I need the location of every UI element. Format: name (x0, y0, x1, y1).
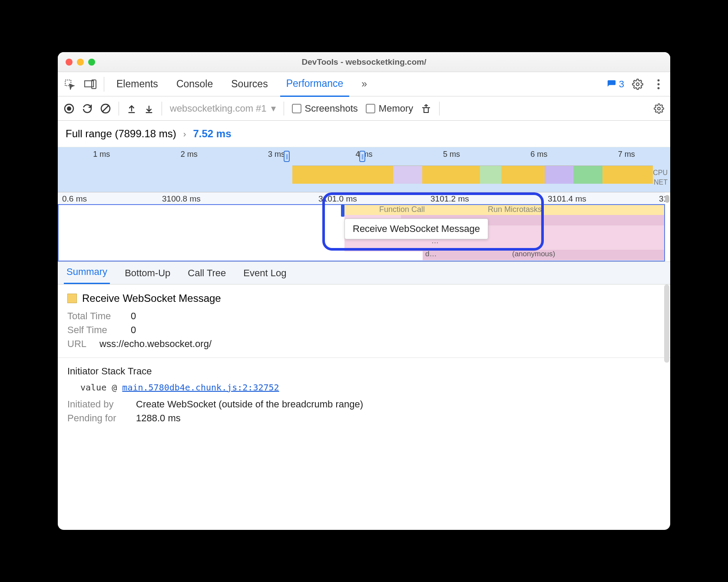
svg-point-14 (658, 107, 660, 110)
range-breadcrumb: Full range (7899.18 ms) › 7.52 ms (58, 121, 670, 147)
separator (58, 357, 670, 358)
full-range-label[interactable]: Full range (7899.18 ms) (66, 128, 176, 140)
tooltip-text: Receive WebSocket Message (353, 223, 480, 234)
inspect-element-icon[interactable] (62, 77, 77, 92)
upload-profile-button[interactable] (127, 104, 136, 113)
details-tab-event-log[interactable]: Event Log (241, 262, 289, 284)
tab-performance[interactable]: Performance (280, 72, 350, 97)
performance-toolbar: websocketking.com #1 ▾ Screenshots Memor… (58, 96, 670, 121)
memory-checkbox[interactable]: Memory (366, 103, 413, 114)
event-name: Receive WebSocket Message (82, 292, 221, 304)
capture-settings-gear-icon[interactable] (654, 103, 664, 114)
details-tab-summary[interactable]: Summary (64, 261, 110, 284)
tick: 6 ms (530, 150, 547, 159)
stack-trace-title: Initiator Stack Trace (67, 366, 661, 377)
svg-point-4 (658, 79, 660, 81)
ruler-tick: 3101.4 ms (548, 194, 586, 204)
event-title-row: Receive WebSocket Message (67, 292, 661, 304)
svg-point-5 (658, 83, 660, 85)
svg-point-3 (636, 83, 639, 86)
checkbox-icon (292, 104, 301, 113)
timeline-overview[interactable]: 1 ms 2 ms 3 ms 4 ms 5 ms 6 ms 7 ms CPU N… (58, 147, 670, 192)
event-color-swatch (67, 294, 77, 303)
overview-handle-right[interactable] (359, 151, 365, 162)
kv-total-time: Total Time 0 (67, 311, 661, 322)
ruler-tick: 3100.8 ms (162, 194, 201, 204)
garbage-collect-button[interactable] (421, 103, 431, 114)
separator (119, 102, 119, 116)
kv-initiated-by: Initiated by Create WebSocket (outside o… (67, 399, 661, 410)
issues-badge[interactable]: 3 (607, 79, 624, 90)
chevron-right-icon: › (183, 129, 186, 139)
tick: 7 ms (618, 150, 635, 159)
traffic-lights (66, 59, 95, 66)
tabs-overflow-button[interactable]: » (355, 72, 373, 96)
download-profile-button[interactable] (144, 104, 154, 113)
details-scrollbar[interactable] (664, 284, 669, 363)
net-label: NET (653, 178, 668, 187)
event-tooltip: Receive WebSocket Message (344, 218, 488, 239)
tab-console[interactable]: Console (170, 72, 219, 96)
selected-range[interactable]: 7.52 ms (193, 128, 231, 140)
summary-panel: Receive WebSocket Message Total Time 0 S… (58, 284, 670, 530)
kv-self-time: Self Time 0 (67, 324, 661, 336)
checkbox-icon (366, 104, 375, 113)
ruler-tick: 0.6 ms (62, 194, 87, 204)
minimize-window-button[interactable] (77, 59, 84, 66)
tick: 5 ms (443, 150, 460, 159)
titlebar: DevTools - websocketking.com/ (58, 52, 670, 72)
separator (284, 102, 284, 116)
tick: 2 ms (181, 150, 198, 159)
overview-side-labels: CPU NET (653, 168, 668, 187)
device-toolbar-icon[interactable] (83, 77, 98, 92)
tab-sources[interactable]: Sources (225, 72, 274, 96)
kebab-menu-icon[interactable] (651, 77, 666, 92)
tab-elements[interactable]: Elements (110, 72, 164, 96)
tick: 3 ms (268, 150, 285, 159)
window-title: DevTools - websocketking.com/ (58, 57, 670, 67)
chevron-down-icon: ▾ (271, 103, 276, 114)
memory-label: Memory (379, 103, 413, 114)
stack-frame: value @ main.5780db4e.chunk.js:2:32752 (80, 382, 661, 393)
issues-count: 3 (619, 79, 624, 90)
separator (439, 102, 440, 116)
overview-handle-left[interactable] (284, 151, 290, 162)
recording-dropdown[interactable]: websocketking.com #1 ▾ (170, 103, 276, 114)
clear-button[interactable] (100, 103, 111, 114)
devtools-window: DevTools - websocketking.com/ Elements C… (58, 52, 670, 530)
flamegraph[interactable]: 0.6 ms 3100.8 ms 3101.0 ms 3101.2 ms 310… (58, 192, 670, 262)
separator (162, 102, 162, 116)
settings-gear-icon[interactable] (630, 77, 645, 92)
details-tab-call-tree[interactable]: Call Tree (185, 262, 228, 284)
tick: 1 ms (93, 150, 110, 159)
kv-url: URL wss://echo.websocket.org/ (67, 338, 661, 350)
screenshots-label: Screenshots (305, 103, 358, 114)
devtools-tabbar: Elements Console Sources Performance » 3 (58, 72, 670, 96)
svg-point-6 (658, 87, 660, 89)
close-window-button[interactable] (66, 59, 73, 66)
svg-point-8 (67, 106, 71, 111)
stack-link[interactable]: main.5780db4e.chunk.js:2:32752 (122, 382, 279, 393)
svg-line-10 (103, 106, 109, 112)
svg-rect-13 (424, 108, 428, 112)
flamegraph-scrollbar[interactable] (665, 195, 669, 203)
cpu-label: CPU (653, 168, 668, 178)
details-tab-bottom-up[interactable]: Bottom-Up (122, 262, 173, 284)
kv-pending-for: Pending for 1288.0 ms (67, 413, 661, 424)
overview-flame (292, 165, 653, 184)
fullscreen-window-button[interactable] (88, 59, 95, 66)
separator (104, 77, 104, 92)
record-button[interactable] (64, 103, 74, 114)
reload-record-button[interactable] (82, 103, 93, 114)
screenshots-checkbox[interactable]: Screenshots (292, 103, 358, 114)
details-tabs: Summary Bottom-Up Call Tree Event Log (58, 262, 670, 284)
recording-name: websocketking.com #1 (170, 103, 267, 114)
